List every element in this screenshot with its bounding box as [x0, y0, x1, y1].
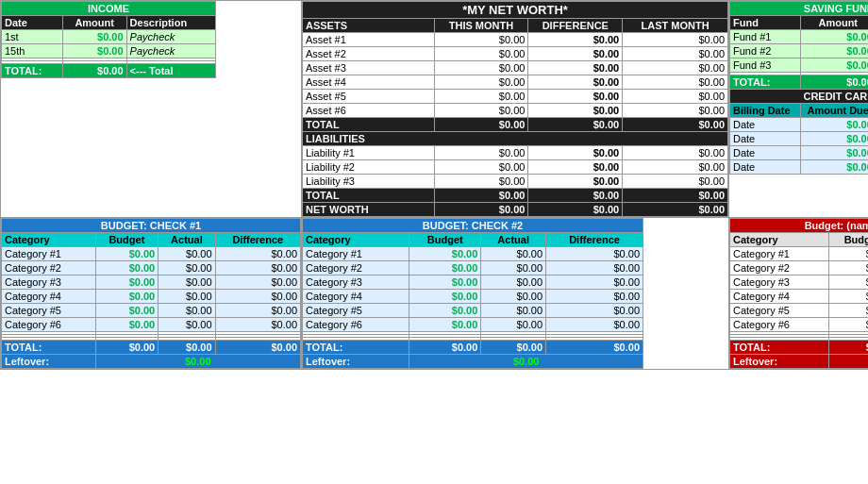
asset-1-this-month[interactable]: $0.00 — [434, 33, 528, 47]
bn-r3-cat[interactable]: Category #3 — [730, 275, 829, 290]
sf-row-1-amount[interactable]: $0.00 — [800, 30, 868, 44]
asset-5-last-month[interactable]: $0.00 — [623, 90, 728, 104]
b2-r1-budget[interactable]: $0.00 — [409, 247, 481, 261]
liab-1-this-month[interactable]: $0.00 — [434, 146, 528, 160]
sf-row-2-amount[interactable]: $0.00 — [800, 44, 868, 58]
cc-row-1-amount[interactable]: $0.00 — [800, 118, 868, 132]
b2-r4-actual[interactable]: $0.00 — [481, 290, 546, 304]
b2-r6-budget[interactable]: $0.00 — [409, 318, 481, 332]
b1-r3-cat[interactable]: Category #3 — [2, 275, 96, 290]
b2-r1-actual[interactable]: $0.00 — [481, 247, 546, 261]
bn-r2-cat[interactable]: Category #2 — [730, 261, 829, 275]
b1-r1-actual[interactable]: $0.00 — [159, 247, 215, 261]
asset-6-last-month[interactable]: $0.00 — [623, 104, 728, 118]
liab-2-difference[interactable]: $0.00 — [528, 160, 623, 175]
b1-r6-cat[interactable]: Category #6 — [2, 318, 96, 332]
bn-r1-cat[interactable]: Category #1 — [730, 247, 829, 261]
b2-r4-cat[interactable]: Category #4 — [303, 290, 409, 304]
asset-4-name[interactable]: Asset #4 — [303, 75, 435, 90]
bn-r4-budget[interactable]: $0.00 — [828, 290, 868, 304]
bn-r1-budget[interactable]: $0.00 — [828, 247, 868, 261]
sf-row-3-amount[interactable]: $0.00 — [800, 58, 868, 73]
cc-row-4-date[interactable]: Date — [730, 160, 801, 175]
asset-4-difference[interactable]: $0.00 — [528, 75, 623, 90]
asset-6-name[interactable]: Asset #6 — [303, 104, 435, 118]
sf-row-3-fund[interactable]: Fund #3 — [730, 58, 801, 73]
b2-r5-diff[interactable]: $0.00 — [546, 304, 643, 318]
b1-r3-budget[interactable]: $0.00 — [95, 275, 159, 290]
b2-r4-budget[interactable]: $0.00 — [409, 290, 481, 304]
cc-row-4-amount[interactable]: $0.00 — [800, 160, 868, 175]
b1-r4-diff[interactable]: $0.00 — [215, 290, 300, 304]
b1-r1-diff[interactable]: $0.00 — [215, 247, 300, 261]
liab-3-this-month[interactable]: $0.00 — [434, 175, 528, 189]
b1-r3-actual[interactable]: $0.00 — [159, 275, 215, 290]
asset-2-name[interactable]: Asset #2 — [303, 47, 435, 61]
b2-r5-cat[interactable]: Category #5 — [303, 304, 409, 318]
asset-2-this-month[interactable]: $0.00 — [434, 47, 528, 61]
asset-2-difference[interactable]: $0.00 — [528, 47, 623, 61]
income-row-2-amount[interactable]: $0.00 — [62, 44, 126, 58]
b2-r5-actual[interactable]: $0.00 — [481, 304, 546, 318]
b2-r2-budget[interactable]: $0.00 — [409, 261, 481, 275]
liab-3-difference[interactable]: $0.00 — [528, 175, 623, 189]
b1-r2-cat[interactable]: Category #2 — [2, 261, 96, 275]
asset-1-last-month[interactable]: $0.00 — [623, 33, 728, 47]
b1-r4-cat[interactable]: Category #4 — [2, 290, 96, 304]
bn-r5-cat[interactable]: Category #5 — [730, 304, 829, 318]
b1-r4-actual[interactable]: $0.00 — [159, 290, 215, 304]
income-row-2-desc[interactable]: Paycheck — [126, 44, 215, 58]
liab-3-name[interactable]: Liability #3 — [303, 175, 435, 189]
b1-r6-budget[interactable]: $0.00 — [95, 318, 159, 332]
liab-2-name[interactable]: Liability #2 — [303, 160, 435, 175]
b2-r6-diff[interactable]: $0.00 — [546, 318, 643, 332]
b1-r1-budget[interactable]: $0.00 — [95, 247, 159, 261]
b2-r3-actual[interactable]: $0.00 — [481, 275, 546, 290]
asset-2-last-month[interactable]: $0.00 — [623, 47, 728, 61]
liab-3-last-month[interactable]: $0.00 — [623, 175, 728, 189]
bn-r5-budget[interactable]: $0.00 — [828, 304, 868, 318]
sf-row-2-fund[interactable]: Fund #2 — [730, 44, 801, 58]
b2-r3-cat[interactable]: Category #3 — [303, 275, 409, 290]
b2-r1-diff[interactable]: $0.00 — [546, 247, 643, 261]
asset-4-this-month[interactable]: $0.00 — [434, 75, 528, 90]
b2-r2-cat[interactable]: Category #2 — [303, 261, 409, 275]
cc-row-1-date[interactable]: Date — [730, 118, 801, 132]
asset-5-this-month[interactable]: $0.00 — [434, 90, 528, 104]
bn-r6-cat[interactable]: Category #6 — [730, 318, 829, 332]
sf-row-1-fund[interactable]: Fund #1 — [730, 30, 801, 44]
asset-3-this-month[interactable]: $0.00 — [434, 61, 528, 75]
bn-r6-budget[interactable]: $0.00 — [828, 318, 868, 332]
b2-r3-diff[interactable]: $0.00 — [546, 275, 643, 290]
asset-4-last-month[interactable]: $0.00 — [623, 75, 728, 90]
b1-r4-budget[interactable]: $0.00 — [95, 290, 159, 304]
b1-r6-diff[interactable]: $0.00 — [215, 318, 300, 332]
b2-r6-cat[interactable]: Category #6 — [303, 318, 409, 332]
asset-3-last-month[interactable]: $0.00 — [623, 61, 728, 75]
b2-r1-cat[interactable]: Category #1 — [303, 247, 409, 261]
income-row-1-desc[interactable]: Paycheck — [126, 30, 215, 44]
income-row-2-date[interactable]: 15th — [2, 44, 63, 58]
cc-row-3-date[interactable]: Date — [730, 146, 801, 160]
b1-r6-actual[interactable]: $0.00 — [159, 318, 215, 332]
cc-row-2-amount[interactable]: $0.00 — [800, 132, 868, 146]
b1-r3-diff[interactable]: $0.00 — [215, 275, 300, 290]
asset-1-name[interactable]: Asset #1 — [303, 33, 435, 47]
bn-r2-budget[interactable]: $0.00 — [828, 261, 868, 275]
cc-row-2-date[interactable]: Date — [730, 132, 801, 146]
liab-1-name[interactable]: Liability #1 — [303, 146, 435, 160]
b1-r5-budget[interactable]: $0.00 — [95, 304, 159, 318]
b1-r5-diff[interactable]: $0.00 — [215, 304, 300, 318]
b2-r4-diff[interactable]: $0.00 — [546, 290, 643, 304]
liab-1-last-month[interactable]: $0.00 — [623, 146, 728, 160]
b1-r5-actual[interactable]: $0.00 — [159, 304, 215, 318]
asset-6-this-month[interactable]: $0.00 — [434, 104, 528, 118]
b1-r2-diff[interactable]: $0.00 — [215, 261, 300, 275]
bn-r4-cat[interactable]: Category #4 — [730, 290, 829, 304]
income-row-1-amount[interactable]: $0.00 — [62, 30, 126, 44]
asset-5-name[interactable]: Asset #5 — [303, 90, 435, 104]
b2-r2-actual[interactable]: $0.00 — [481, 261, 546, 275]
asset-3-difference[interactable]: $0.00 — [528, 61, 623, 75]
b1-r2-budget[interactable]: $0.00 — [95, 261, 159, 275]
liab-1-difference[interactable]: $0.00 — [528, 146, 623, 160]
